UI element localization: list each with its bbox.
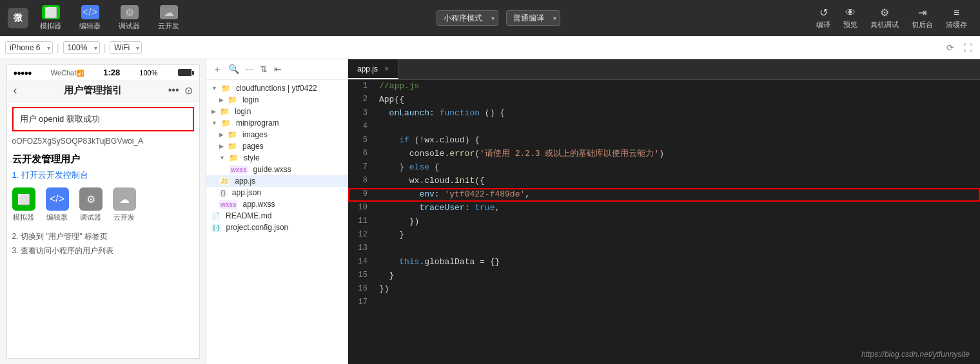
debugger-btn[interactable]: ⚙ 调试器 [112, 3, 146, 34]
network-select[interactable]: WiFi [110, 41, 142, 54]
tree-item-label: cloudfunctions | ytf0422 [236, 84, 317, 93]
code-line: 13 [348, 242, 980, 256]
line-number: 9 [348, 188, 374, 202]
zoom-select-wrap: 100% [63, 41, 100, 54]
watermark: https://blog.csdn.net/ytfunnysite [861, 350, 970, 359]
device-bar: iPhone 6 | 100% | WiFi ⟳ ⛶ [0, 36, 980, 59]
line-content: traceUser: true, [374, 202, 980, 215]
phone-panel: ●●●●● WeChat📶 1:28 100% ‹ 用户管理指引 ••• ⊙ [0, 59, 206, 364]
clear-cache-btn[interactable]: ≡ 清缓存 [941, 5, 972, 32]
editor-btn[interactable]: </> 编辑器 [73, 3, 107, 34]
tree-item[interactable]: ▼📁cloudfunctions | ytf0422 [206, 82, 348, 94]
search-file-icon[interactable]: 🔍 [227, 62, 240, 77]
tree-item[interactable]: wxssapp.wxss [206, 198, 348, 210]
sort-icon[interactable]: ⇅ [259, 62, 269, 77]
phone-signal: ●●●●● [14, 69, 32, 77]
tree-item[interactable]: 📄README.md [206, 210, 348, 222]
mode-select[interactable]: 小程序模式 [436, 10, 498, 26]
phone-section-title: 云开发管理用户 [12, 153, 194, 166]
collapse-icon[interactable]: ⇤ [273, 62, 283, 77]
editor-content[interactable]: 1//app.js2App({3 onLaunch: function () {… [348, 80, 980, 364]
phone-back-btn[interactable]: ‹ [14, 84, 17, 97]
real-debug-icon: ⚙ [880, 6, 889, 19]
line-number: 8 [348, 175, 374, 188]
phone-step3: 3. 查看访问小程序的用户列表 [12, 245, 194, 256]
code-line: 11 }) [348, 215, 980, 229]
line-content: if (!wx.cloud) { [374, 134, 980, 148]
device-divider: | [57, 43, 59, 53]
compile-btn[interactable]: ↺ 编译 [811, 4, 836, 32]
tree-arrow: ▼ [219, 155, 225, 161]
line-number: 16 [348, 283, 374, 296]
phone-icon-debugger: ⚙ 调试器 [79, 187, 103, 222]
code-line: 2App({ [348, 93, 980, 107]
file-toolbar-icons: ＋ 🔍 ··· ⇅ ⇤ [211, 62, 283, 77]
tree-item[interactable]: ▼📁style [206, 152, 348, 164]
real-debug-btn[interactable]: ⚙ 真机调试 [865, 4, 904, 32]
tree-item[interactable]: JSapp.js [206, 175, 348, 187]
wechat-label: WeChat📶 [51, 69, 84, 77]
tree-item[interactable]: ▶📁images [206, 129, 348, 140]
code-line: 3 onLaunch: function () { [348, 107, 980, 120]
phone-nav-bar: ‹ 用户管理指引 ••• ⊙ [7, 80, 199, 102]
code-line: 10 traceUser: true, [348, 202, 980, 215]
tab-close-btn[interactable]: × [384, 64, 389, 73]
tree-item-label: app.js [235, 177, 255, 186]
phone-link1[interactable]: 1. 打开云开发控制台 [12, 169, 194, 181]
phone-content: 用户 openid 获取成功 oOFOZ5XgSySOQP83kTujBGVwo… [7, 102, 199, 358]
tree-item-label: guide.wxss [253, 165, 291, 174]
phone-editor-icon: </> [46, 187, 69, 211]
line-number: 14 [348, 256, 374, 269]
more-file-icon[interactable]: ··· [244, 62, 255, 77]
cloud-btn[interactable]: ☁ 云开发 [152, 3, 186, 34]
phone-more-icon[interactable]: ••• [168, 84, 179, 97]
clear-cache-icon: ≡ [954, 7, 959, 19]
toolbar: 微 ⬜ 模拟器 </> 编辑器 ⚙ 调试器 ☁ 云开发 小程序模式 普通编译 ↺… [0, 0, 980, 36]
tree-item[interactable]: wxssguide.wxss [206, 164, 348, 175]
line-number: 5 [348, 134, 374, 148]
line-number: 12 [348, 229, 374, 242]
tree-item[interactable]: ▶📁login [206, 106, 348, 117]
tree-item-label: app.wxss [242, 200, 275, 209]
compile-select[interactable]: 普通编译 [506, 10, 560, 26]
switch-back-btn[interactable]: ⇥ 切后台 [906, 4, 938, 32]
tree-item[interactable]: ▶📁pages [206, 140, 348, 152]
tree-item[interactable]: ▶📁login [206, 94, 348, 106]
phone-target-icon[interactable]: ⊙ [184, 84, 193, 97]
line-content [374, 242, 980, 256]
simulator-btn[interactable]: ⬜ 模拟器 [34, 3, 68, 34]
switch-back-icon: ⇥ [918, 6, 926, 19]
line-number: 1 [348, 80, 374, 93]
tree-arrow: ▶ [219, 143, 224, 149]
line-content: }) [374, 283, 980, 296]
add-file-icon[interactable]: ＋ [211, 62, 223, 77]
line-number: 10 [348, 202, 374, 215]
tree-item[interactable]: {}app.json [206, 187, 348, 198]
phone-cloud-icon: ☁ [113, 187, 136, 211]
editor-panel: app.js × 1//app.js2App({3 onLaunch: func… [348, 59, 980, 364]
phone-simulator-icon: ⬜ [12, 187, 35, 211]
editor-icon: </> [81, 5, 99, 19]
code-line: 15 } [348, 269, 980, 283]
phone-time: 1:28 [103, 68, 120, 77]
phone-frame: ●●●●● WeChat📶 1:28 100% ‹ 用户管理指引 ••• ⊙ [6, 64, 200, 359]
tree-arrow: ▶ [211, 108, 216, 115]
line-content: wx.cloud.init({ [374, 175, 980, 188]
phone-step2: 2. 切换到 "用户管理" 标签页 [12, 231, 194, 242]
editor-tab-appjs[interactable]: app.js × [348, 59, 398, 79]
line-content: env: 'ytf0422-f489de', [374, 188, 980, 202]
rotate-icon[interactable]: ⟳ [944, 41, 957, 54]
tree-item[interactable]: ▼📁miniprogram [206, 117, 348, 129]
editor-tab-bar: app.js × [348, 59, 980, 80]
compile-icon: ↺ [819, 6, 828, 19]
fullscreen-icon[interactable]: ⛶ [961, 41, 975, 54]
debugger-icon: ⚙ [121, 5, 139, 19]
device-select[interactable]: iPhone 6 [5, 41, 53, 54]
preview-btn[interactable]: 👁 预览 [838, 5, 863, 32]
code-line: 7 } else { [348, 161, 980, 175]
tree-item[interactable]: {·}project.config.json [206, 222, 348, 233]
line-number: 4 [348, 120, 374, 134]
phone-icon-simulator: ⬜ 模拟器 [12, 187, 35, 222]
zoom-select[interactable]: 100% [63, 41, 100, 54]
main-layout: ●●●●● WeChat📶 1:28 100% ‹ 用户管理指引 ••• ⊙ [0, 59, 980, 364]
